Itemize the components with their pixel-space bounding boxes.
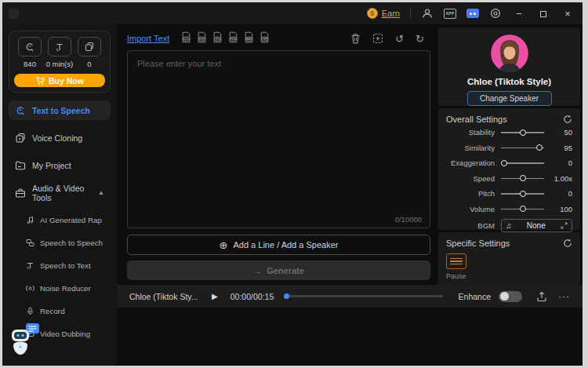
bgm-value: None	[512, 221, 561, 230]
slider-pitch: Pitch 0	[446, 187, 572, 201]
pitch-slider[interactable]	[501, 190, 544, 198]
text-input[interactable]	[128, 51, 430, 228]
assistant-mascot[interactable]	[7, 322, 42, 363]
pause-icon[interactable]	[446, 253, 466, 269]
overall-settings-title: Overall Settings	[446, 115, 507, 124]
undo-icon[interactable]: ↺	[395, 33, 404, 45]
delete-icon[interactable]	[350, 33, 361, 44]
slider-exaggeration: Exaggeration 0	[446, 156, 572, 170]
export-icon[interactable]	[536, 291, 547, 302]
earn-label: Earn	[382, 9, 400, 18]
speech-to-speech-icon	[26, 239, 34, 247]
format-icon-pdf[interactable]: PDF	[196, 31, 208, 46]
svg-text:PNG: PNG	[230, 38, 237, 41]
characters-quota: 840	[16, 37, 44, 68]
format-icon-bmp[interactable]: BMP	[243, 31, 255, 46]
format-icon-jpg[interactable]: JPG	[212, 31, 223, 46]
slider-stability: Stability 50	[446, 126, 572, 140]
speaker-avatar[interactable]	[491, 35, 528, 72]
pause-setting: Pause	[446, 253, 473, 280]
expand-icon	[561, 222, 568, 229]
characters-quota-icon	[18, 37, 42, 56]
right-panel: Chloe (Tiktok Style) Change Speaker Over…	[438, 24, 583, 285]
sidebar-item-speech-to-text[interactable]: Speech to Text	[9, 256, 111, 275]
sidebar-item-label: Audio & Video Tools	[32, 184, 92, 202]
sidebar-item-audio-video-tools[interactable]: Audio & Video Tools ▲	[9, 183, 111, 202]
add-line-label: Add a Line / Add a Speaker	[233, 240, 338, 250]
reset-overall-icon[interactable]	[563, 115, 572, 124]
app-window: $ Earn APP − ×	[2, 2, 583, 366]
chevron-up-icon: ▲	[98, 189, 104, 196]
bgm-label: BGM	[446, 221, 495, 230]
sidebar-item-speech-to-speech[interactable]: Speech to Speech	[9, 233, 111, 252]
import-text-link[interactable]: Import Text	[127, 34, 169, 43]
minimize-button[interactable]: −	[512, 8, 526, 20]
format-icon-doc[interactable]: DOC	[180, 31, 192, 46]
pause-label: Pause	[446, 272, 466, 280]
stability-slider[interactable]	[501, 129, 544, 137]
bgm-selector[interactable]: ♫ None	[501, 219, 572, 232]
more-options-icon[interactable]: ···	[558, 291, 570, 302]
maximize-button[interactable]	[536, 8, 550, 20]
speaker-name: Chloe (Tiktok Style)	[467, 77, 551, 86]
mobile-app-icon[interactable]: APP	[444, 9, 456, 19]
close-button[interactable]: ×	[561, 8, 575, 20]
enhance-label: Enhance	[459, 292, 491, 301]
specific-settings-title: Specific Settings	[446, 239, 510, 248]
minutes-quota-icon	[48, 37, 71, 56]
sidebar-item-record[interactable]: Record	[9, 301, 111, 320]
sidebar-item-label: Text to Speech	[32, 106, 90, 115]
format-icon-png[interactable]: PNG	[227, 31, 239, 46]
exaggeration-slider[interactable]	[501, 159, 544, 167]
app-logo-icon	[9, 9, 19, 19]
coin-icon: $	[367, 8, 378, 19]
char-counter: 0/10000	[395, 215, 422, 224]
progress-bar[interactable]	[285, 295, 442, 297]
play-button[interactable]: ▶	[212, 292, 218, 301]
projects-quota-icon	[78, 37, 101, 56]
editor-area: Import Text DOC PDF JPG PNG BMP TIFF	[117, 24, 438, 285]
progress-handle[interactable]	[284, 293, 289, 299]
text-to-speech-icon	[15, 105, 26, 116]
format-icon-tiff[interactable]: TIFF	[259, 31, 270, 46]
similarity-slider[interactable]	[501, 144, 544, 151]
sidebar-item-my-project[interactable]: My Project	[9, 155, 111, 175]
projects-quota-value: 0	[87, 60, 91, 68]
account-icon[interactable]	[421, 7, 434, 20]
svg-text:TIFF: TIFF	[262, 38, 268, 41]
sidebar-item-label: Record	[40, 307, 65, 315]
enhance-toggle[interactable]	[499, 291, 522, 302]
change-speaker-button[interactable]: Change Speaker	[467, 91, 552, 106]
insert-frame-icon[interactable]	[372, 33, 383, 44]
overall-settings-card: Overall Settings Stability 50 Similarity…	[438, 108, 580, 230]
editor-toolbar: Import Text DOC PDF JPG PNG BMP TIFF	[127, 31, 430, 46]
svg-text:BMP: BMP	[246, 38, 252, 41]
slider-similarity: Similarity 95	[446, 140, 572, 155]
titlebar-divider	[410, 8, 411, 19]
buy-now-button[interactable]: Buy Now	[14, 74, 105, 87]
earn-button[interactable]: $ Earn	[367, 8, 400, 19]
redo-icon[interactable]: ↻	[416, 33, 424, 45]
sidebar-item-label: Video Dubbing	[40, 330, 90, 338]
svg-text:DOC: DOC	[183, 38, 190, 41]
svg-text:PDF: PDF	[199, 38, 205, 41]
text-input-area: 0/10000	[127, 50, 430, 228]
player-time: 00:00/00:15	[230, 292, 274, 301]
sidebar-item-text-to-speech[interactable]: Text to Speech	[9, 100, 111, 120]
slider-volume: Volume 100	[446, 202, 572, 216]
sidebar-item-label: My Project	[32, 161, 71, 170]
plus-circle-icon: ⊕	[220, 239, 228, 251]
sidebar-item-voice-cloning[interactable]: Voice Cloning	[9, 128, 111, 148]
settings-gear-icon[interactable]	[489, 7, 502, 20]
discord-icon[interactable]	[466, 9, 479, 18]
add-line-button[interactable]: ⊕ Add a Line / Add a Speaker	[127, 235, 430, 255]
volume-slider[interactable]	[501, 205, 544, 213]
sidebar-item-ai-generated-rap[interactable]: AI Generated Rap	[9, 210, 111, 229]
player-bar: Chloe (Tiktok Sty... ▶ 00:00/00:15 Enhan…	[117, 285, 583, 308]
sidebar-item-noise-reducer[interactable]: Noise Reducer	[9, 279, 111, 297]
minutes-quota-value: 0 min(s)	[46, 60, 73, 68]
slider-speed: Speed 1.00x	[446, 171, 572, 185]
generate-button[interactable]: → Generate	[127, 261, 430, 280]
speed-slider[interactable]	[501, 174, 544, 182]
reset-specific-icon[interactable]	[563, 239, 572, 248]
